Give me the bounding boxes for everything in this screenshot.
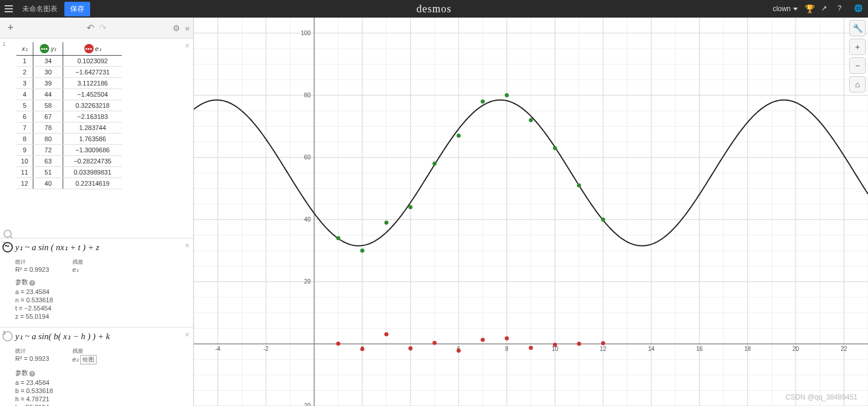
svg-point-116 bbox=[529, 346, 533, 350]
save-button[interactable]: 保存 bbox=[64, 2, 90, 16]
table-row[interactable]: 1340.1023092 bbox=[16, 56, 122, 67]
zoom-out-button[interactable]: − bbox=[849, 57, 866, 74]
trophy-icon[interactable]: 🏆 bbox=[805, 4, 814, 13]
svg-text:12: 12 bbox=[600, 346, 607, 352]
svg-point-101 bbox=[457, 134, 461, 138]
add-expression-button[interactable]: + bbox=[0, 18, 21, 39]
table-row[interactable]: 3393.1122186 bbox=[16, 78, 122, 89]
table-row[interactable]: 11510.033989831 bbox=[16, 167, 122, 178]
zoom-in-button[interactable]: + bbox=[849, 39, 866, 55]
svg-point-100 bbox=[433, 162, 437, 166]
svg-point-107 bbox=[601, 217, 605, 221]
red-dot-icon[interactable] bbox=[84, 44, 94, 53]
expression-sidebar: + ↶ ↷ ⚙ « 1 × x₁ bbox=[0, 18, 194, 406]
caret-down-icon bbox=[793, 8, 798, 11]
svg-point-108 bbox=[336, 342, 340, 346]
svg-point-115 bbox=[505, 336, 509, 340]
regression-panel-1[interactable]: 2 × y₁ ~ a sin ( nx₁ + t ) + z 统计R² = 0.… bbox=[0, 238, 193, 327]
svg-point-111 bbox=[409, 346, 413, 350]
help-icon[interactable]: ? bbox=[29, 280, 35, 286]
svg-point-106 bbox=[577, 183, 581, 187]
graph-canvas[interactable]: -4-2246810121416182022-2020406080100 bbox=[194, 18, 868, 406]
table-row[interactable]: 444−1.452504 bbox=[16, 89, 122, 100]
close-icon[interactable]: × bbox=[185, 241, 190, 250]
svg-text:80: 80 bbox=[304, 92, 311, 98]
svg-point-118 bbox=[577, 342, 581, 346]
regression-formula[interactable]: y₁ ~ a sin( b( x₁ − h ) ) + k bbox=[15, 331, 188, 345]
undo-icon[interactable]: ↶ bbox=[87, 22, 94, 33]
svg-text:-4: -4 bbox=[215, 346, 221, 352]
svg-point-114 bbox=[481, 338, 485, 342]
col-y: y₁ bbox=[33, 42, 63, 56]
svg-text:-20: -20 bbox=[302, 402, 311, 406]
svg-point-110 bbox=[385, 332, 389, 336]
svg-point-109 bbox=[361, 347, 365, 351]
svg-point-113 bbox=[457, 349, 461, 353]
svg-point-96 bbox=[336, 236, 340, 240]
table-row[interactable]: 7781.283744 bbox=[16, 122, 122, 134]
table-row[interactable]: 5580.32263218 bbox=[16, 100, 122, 111]
menu-icon[interactable] bbox=[0, 0, 18, 18]
table-row[interactable]: 230−1.6427231 bbox=[16, 67, 122, 78]
user-menu[interactable]: clown bbox=[773, 5, 798, 13]
table-row[interactable]: 972−1.3009686 bbox=[16, 145, 122, 156]
svg-text:8: 8 bbox=[505, 346, 509, 352]
redo-icon[interactable]: ↷ bbox=[99, 22, 107, 33]
regression-formula[interactable]: y₁ ~ a sin ( nx₁ + t ) + z bbox=[15, 242, 188, 256]
globe-icon[interactable]: 🌐 bbox=[854, 4, 863, 13]
svg-point-117 bbox=[553, 343, 557, 347]
table-row[interactable]: 667−2.163183 bbox=[16, 111, 122, 122]
green-dot-icon[interactable] bbox=[40, 44, 49, 53]
graph-title[interactable]: 未命名图表 bbox=[20, 4, 60, 14]
close-icon[interactable]: × bbox=[185, 41, 190, 50]
svg-text:16: 16 bbox=[696, 346, 703, 352]
svg-text:18: 18 bbox=[745, 346, 752, 352]
watermark: CSDN @qq_38489451 bbox=[785, 393, 857, 401]
brand-logo: desmos bbox=[417, 3, 452, 15]
wrench-icon[interactable]: 🔧 bbox=[849, 20, 866, 36]
svg-text:14: 14 bbox=[648, 346, 655, 352]
svg-point-105 bbox=[553, 146, 557, 150]
svg-point-102 bbox=[481, 100, 485, 104]
data-table[interactable]: x₁ y₁ e₁ 1340.1023092230−1.64272313393.1… bbox=[16, 42, 122, 189]
svg-text:100: 100 bbox=[301, 30, 311, 36]
table-row[interactable]: 1063−0.28224735 bbox=[16, 156, 122, 167]
top-header: 未命名图表 保存 desmos clown 🏆 ↗ ? 🌐 bbox=[0, 0, 868, 18]
plot-chip[interactable]: 绘图 bbox=[80, 355, 97, 364]
expression-table-panel[interactable]: 1 × x₁ y₁ e₁ 1340.1023092230−1.642723133… bbox=[0, 39, 193, 238]
table-row[interactable]: 12400.22314619 bbox=[16, 178, 122, 189]
svg-text:20: 20 bbox=[792, 346, 800, 352]
col-e: e₁ bbox=[63, 42, 122, 56]
svg-text:40: 40 bbox=[304, 216, 311, 223]
help-icon[interactable]: ? bbox=[838, 4, 847, 13]
svg-point-98 bbox=[385, 221, 389, 225]
svg-point-104 bbox=[529, 118, 533, 122]
svg-point-97 bbox=[361, 248, 365, 253]
magnifier-icon[interactable] bbox=[4, 230, 12, 238]
regression-icon[interactable] bbox=[2, 242, 13, 253]
svg-text:-2: -2 bbox=[263, 346, 269, 352]
regression-panel-2[interactable]: 3 × y₁ ~ a sin( b( x₁ − h ) ) + k 统计R² =… bbox=[0, 327, 193, 406]
svg-text:60: 60 bbox=[304, 154, 311, 161]
close-icon[interactable]: × bbox=[185, 330, 190, 339]
svg-point-112 bbox=[433, 341, 437, 345]
graph-area[interactable]: 🔧 + − ⌂ -4-2246810121416182022-202040608… bbox=[194, 18, 868, 406]
help-icon[interactable]: ? bbox=[29, 371, 35, 377]
col-x: x₁ bbox=[16, 42, 33, 56]
svg-text:20: 20 bbox=[304, 278, 311, 285]
settings-icon[interactable]: ⚙ bbox=[173, 23, 180, 33]
svg-point-99 bbox=[409, 205, 413, 209]
table-row[interactable]: 8801.763586 bbox=[16, 134, 122, 145]
collapse-sidebar-icon[interactable]: « bbox=[185, 23, 190, 33]
home-button[interactable]: ⌂ bbox=[849, 76, 866, 93]
svg-text:22: 22 bbox=[840, 346, 848, 352]
share-icon[interactable]: ↗ bbox=[821, 4, 831, 13]
svg-point-103 bbox=[505, 93, 509, 97]
svg-point-119 bbox=[601, 341, 605, 345]
sidebar-toolbar: + ↶ ↷ ⚙ « bbox=[0, 18, 193, 39]
